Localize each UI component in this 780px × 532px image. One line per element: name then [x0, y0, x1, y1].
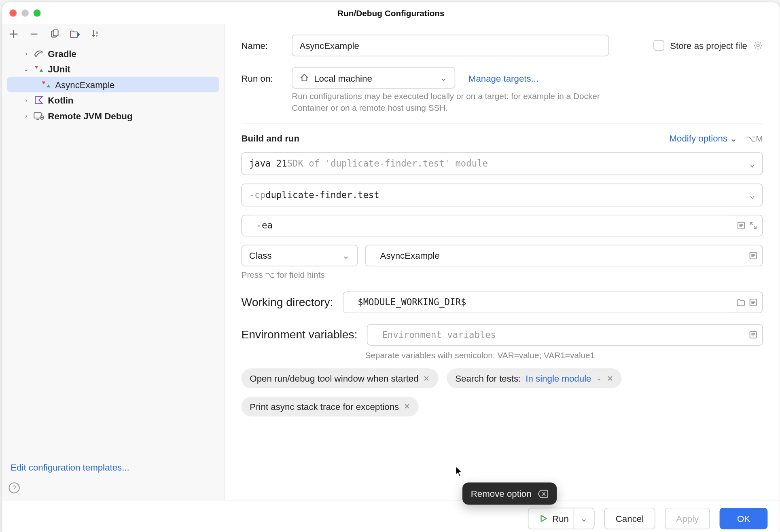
build-run-title: Build and run [242, 133, 300, 143]
chevron-right-icon: › [23, 50, 30, 57]
run-label: Run [552, 513, 569, 524]
add-config-icon[interactable] [8, 29, 19, 40]
fullscreen-icon[interactable] [749, 221, 757, 230]
browse-folder-icon[interactable] [736, 298, 745, 306]
sidebar-toolbar: az [2, 26, 224, 44]
sidebar: az › Gradle ⌄ JUnit AsyncExample [2, 24, 224, 500]
chevron-down-icon[interactable]: ⌄ [574, 508, 594, 528]
dialog-title: Run/Debug Configurations [2, 8, 780, 18]
class-input[interactable] [373, 245, 746, 265]
runon-hint: Run configurations may be executed local… [292, 90, 604, 114]
test-kind-select[interactable]: Class ⌄ [242, 245, 358, 266]
ok-button[interactable]: OK [720, 508, 767, 529]
manage-targets-link[interactable]: Manage targets... [468, 73, 538, 83]
expand-editor-icon[interactable] [749, 330, 757, 339]
expand-editor-icon[interactable] [749, 251, 757, 260]
sdk-module: SDK of 'duplicate-finder.test' module [287, 158, 488, 169]
runon-select[interactable]: Local machine ⌄ [292, 67, 455, 89]
junit-icon [41, 79, 52, 90]
remove-config-icon[interactable] [29, 29, 40, 40]
chevron-down-icon: ⌄ [750, 158, 755, 169]
chevron-down-icon: ⌄ [440, 72, 447, 83]
main-panel: Name: Store as project file Run on: Loca… [225, 24, 780, 500]
ok-label: OK [737, 513, 750, 524]
chip-open-tool-window[interactable]: Open run/debug tool window when started … [242, 368, 439, 388]
cp-flag: -cp [249, 189, 265, 200]
play-icon [539, 514, 547, 523]
tooltip-text: Remove option [471, 488, 532, 498]
svg-point-8 [757, 44, 759, 47]
titlebar: Run/Debug Configurations [2, 2, 780, 23]
remove-option-tooltip: Remove option [462, 482, 557, 505]
close-icon[interactable]: ✕ [404, 402, 410, 411]
runon-label: Run on: [242, 73, 279, 83]
gradle-icon [34, 48, 45, 59]
store-as-project-label: Store as project file [670, 40, 747, 51]
home-icon [300, 73, 309, 83]
gear-icon[interactable] [753, 41, 763, 51]
chevron-down-icon: ⌄ [342, 250, 350, 261]
edit-templates-link[interactable]: Edit configuration templates... [2, 456, 224, 478]
tree-label: JUnit [48, 64, 70, 74]
folder-add-icon[interactable] [70, 29, 81, 40]
dialog-window: Run/Debug Configurations az › Gradle ⌄ [2, 2, 780, 532]
tree-node-kotlin[interactable]: › Kotlin [7, 92, 219, 108]
chip-label: Search for tests: [455, 373, 521, 383]
chevron-down-icon: ⌄ [23, 65, 30, 73]
name-input[interactable] [292, 35, 609, 56]
chip-value[interactable]: In single module [526, 373, 591, 383]
cp-module: duplicate-finder.test [265, 189, 379, 200]
cancel-button[interactable]: Cancel [604, 508, 655, 529]
chevron-down-icon: ⌄ [750, 189, 755, 200]
config-tree: › Gradle ⌄ JUnit AsyncExample › Kotlin [2, 44, 224, 456]
modify-options-shortcut: ⌥M [746, 133, 763, 143]
chip-print-async-trace[interactable]: Print async stack trace for exceptions ✕ [242, 397, 419, 416]
junit-icon [34, 63, 45, 74]
classpath-select[interactable]: -cp duplicate-finder.test ⌄ [242, 183, 763, 206]
tree-node-junit[interactable]: ⌄ JUnit [7, 61, 219, 77]
store-as-project-checkbox[interactable] [653, 40, 664, 51]
remote-debug-icon [34, 110, 45, 121]
tree-node-remote-jvm[interactable]: › Remote JVM Debug [7, 108, 219, 124]
env-label: Environment variables: [242, 328, 358, 341]
working-dir-label: Working directory: [242, 296, 333, 309]
backspace-icon [537, 490, 548, 498]
apply-button: Apply [665, 508, 710, 529]
kotlin-icon [34, 95, 45, 106]
modify-options-label: Modify options [669, 133, 727, 143]
option-chips: Open run/debug tool window when started … [242, 368, 763, 416]
sdk-name: java 21 [249, 158, 287, 169]
svg-rect-1 [53, 30, 58, 36]
run-button[interactable]: Run ⌄ [528, 508, 595, 529]
runon-value: Local machine [314, 73, 372, 83]
cancel-label: Cancel [616, 513, 644, 524]
close-icon[interactable]: ✕ [423, 374, 430, 382]
modify-options-link[interactable]: Modify options ⌄ [669, 133, 738, 144]
tree-label: AsyncExample [55, 79, 114, 89]
copy-config-icon[interactable] [49, 29, 60, 40]
close-icon[interactable]: ✕ [607, 374, 613, 382]
jdk-select[interactable]: java 21 SDK of 'duplicate-finder.test' m… [242, 152, 763, 175]
working-dir-input[interactable] [350, 292, 733, 312]
expand-editor-icon[interactable] [749, 298, 757, 306]
help-icon[interactable]: ? [2, 478, 224, 500]
chevron-down-icon: ⌄ [596, 374, 602, 382]
field-hint: Press ⌥ for field hints [242, 270, 763, 279]
tree-node-gradle[interactable]: › Gradle [7, 45, 219, 61]
svg-text:z: z [96, 34, 98, 38]
vm-options-input[interactable] [249, 215, 733, 235]
env-input[interactable] [375, 324, 746, 344]
tree-label: Remote JVM Debug [48, 111, 132, 121]
chevron-right-icon: › [23, 112, 30, 119]
test-kind-value: Class [249, 250, 272, 260]
chip-search-tests[interactable]: Search for tests: In single module ⌄ ✕ [447, 368, 622, 388]
tree-label: Gradle [48, 48, 76, 58]
tree-node-async-example[interactable]: AsyncExample [7, 77, 219, 93]
sort-icon[interactable]: az [90, 29, 101, 40]
env-hint: Separate variables with semicolon: VAR=v… [365, 350, 763, 360]
dialog-footer: Run ⌄ Cancel Apply OK [2, 500, 780, 532]
expand-editor-icon[interactable] [737, 221, 746, 230]
chip-label: Print async stack trace for exceptions [250, 401, 399, 411]
apply-label: Apply [676, 513, 699, 524]
tree-label: Kotlin [48, 95, 73, 105]
